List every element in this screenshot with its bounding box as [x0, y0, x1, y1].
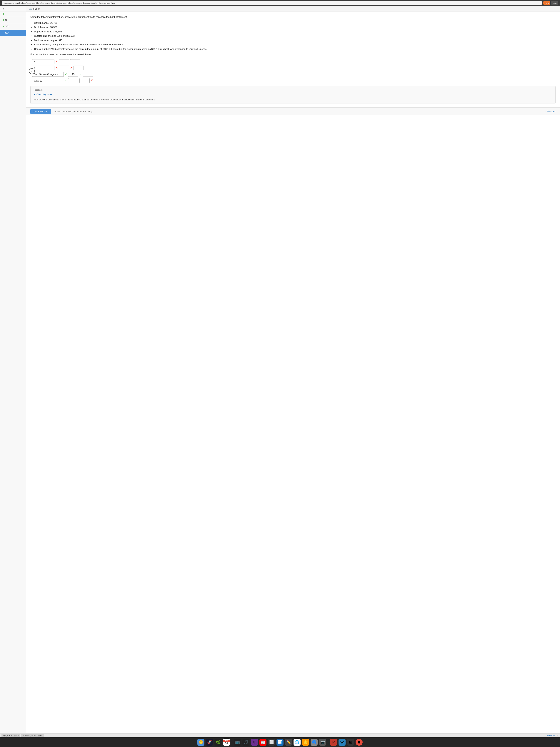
- previous-link-text: Previous: [547, 110, 556, 113]
- bullet-2: Deposits in transit: $1,803: [34, 30, 556, 33]
- sidebar-dot-3: [3, 26, 4, 27]
- empty-select-1[interactable]: ▼: [32, 59, 54, 64]
- previous-link[interactable]: ‹ Previous: [545, 110, 556, 113]
- sidebar-dot-4: [3, 32, 4, 34]
- show-all-link[interactable]: Show All: [547, 734, 555, 737]
- sidebar-dot-0: [3, 8, 4, 9]
- sidebar-item-1[interactable]: [0, 11, 26, 17]
- debit-box-2[interactable]: [59, 66, 69, 70]
- sidebar-dot-2: [3, 19, 4, 21]
- bsc-check-icon: ✓: [65, 72, 67, 76]
- prev-arrow[interactable]: ‹: [29, 68, 35, 74]
- sidebar-item-0[interactable]: [0, 6, 26, 11]
- bsc-row: Bank Service Charges ▼ ✓ 75 ✓: [32, 72, 556, 77]
- content-area: Using the following information, prepare…: [26, 11, 560, 107]
- new-button[interactable]: New: [551, 1, 558, 5]
- feedback-section: Feedback ▼ Check My Work Journalize the …: [30, 86, 556, 104]
- feedback-label: Feedback: [33, 88, 553, 92]
- footer-left: Check My Work 2 more Check My Work uses …: [30, 109, 93, 114]
- main-content: 📖 eBook Using the following information,…: [26, 6, 560, 737]
- browser-toolbar: engagenow.com/ilrn/takeAssignment/takeAs…: [0, 0, 560, 6]
- credit-box-2[interactable]: [74, 66, 84, 70]
- triangle-icon: ▼: [33, 93, 36, 96]
- file-tab-1[interactable]: Boatright_Ch10(....ppt ^: [21, 734, 44, 737]
- check-my-work-link[interactable]: ▼ Check My Work: [33, 93, 553, 96]
- cash-check-icon: ✓: [65, 79, 67, 82]
- cash-credit-input[interactable]: [79, 78, 90, 83]
- sidebar: O SO GO: [0, 6, 26, 737]
- cash-dropdown-arrow: ▼: [40, 79, 42, 82]
- check-my-work-link-text: Check My Work: [36, 93, 52, 96]
- x-icon-2: ✕: [56, 66, 58, 70]
- page-footer: Check My Work 2 more Check My Work uses …: [26, 107, 560, 115]
- cash-debit-input[interactable]: [68, 78, 78, 83]
- bullet-3: Outstanding checks: $569 and $1,523: [34, 34, 556, 38]
- url-bar[interactable]: engagenow.com/ilrn/takeAssignment/takeAs…: [2, 1, 542, 5]
- check-my-work-button[interactable]: Check My Work: [30, 109, 51, 114]
- file-tab-0-label: ight_Ch10(....ppt: [3, 735, 17, 737]
- dropdown-arrow-1: ▼: [33, 60, 35, 63]
- app-layout: O SO GO 📖 eBook Using the following info…: [0, 6, 560, 737]
- credit-box-1[interactable]: [70, 59, 80, 64]
- bank-service-charges-label: Bank Service Charges: [33, 73, 56, 76]
- cash-label-text: Cash: [34, 79, 39, 82]
- bullet-4: Bank service charges: $75: [34, 38, 556, 42]
- sidebar-item-so[interactable]: SO: [0, 23, 26, 30]
- file-tab-1-label: Boatright_Ch10(....ppt: [23, 735, 41, 737]
- now-button[interactable]: Now: [543, 1, 550, 5]
- bsc-credit-input[interactable]: [83, 72, 93, 77]
- sidebar-item-o[interactable]: O: [0, 17, 26, 23]
- sidebar-label-so: SO: [5, 25, 8, 28]
- sidebar-item-go[interactable]: GO: [0, 30, 26, 36]
- instructions-text: Using the following information, prepare…: [30, 15, 556, 19]
- ebook-header: 📖 eBook: [26, 6, 560, 11]
- feedback-text: Journalize the activity that affects the…: [33, 98, 553, 101]
- empty-select-2[interactable]: ▼: [32, 66, 54, 70]
- dropdown-arrow-bsc: ▼: [56, 73, 58, 76]
- cash-x-icon: ✕: [91, 79, 93, 82]
- cash-row: Cash ▼ ✓ ✕: [32, 78, 556, 83]
- bullet-6: Check number 2456 correctly cleared the …: [34, 47, 556, 51]
- empty-row-1: ▼ ✕: [32, 59, 556, 64]
- file-tab-0-chevron: ^: [18, 735, 19, 737]
- journal-section: ‹ ▼ ✕ ▼ ✕ ✕: [32, 59, 556, 83]
- bullet-0: Bank balance: $6,788: [34, 21, 556, 25]
- debit-box-1[interactable]: [59, 59, 69, 64]
- bsc-check-icon-2: ✓: [79, 72, 82, 76]
- bullet-list: Bank balance: $6,788 Book balance: $8,56…: [34, 21, 556, 51]
- file-tab-0[interactable]: ight_Ch10(....ppt ^: [1, 734, 20, 737]
- bullet-5: Bank incorrectly charged the account $75…: [34, 43, 556, 47]
- blank-note: If an amount box does not require an ent…: [30, 53, 556, 56]
- sidebar-label-o: O: [5, 19, 7, 21]
- bsc-amount-value: 75: [72, 73, 75, 76]
- browser-nav-buttons: Now New: [543, 1, 558, 5]
- empty-row-2: ▼ ✕ ✕: [32, 66, 556, 70]
- ebook-label: eBook: [33, 7, 40, 10]
- bank-service-charges-dropdown[interactable]: Bank Service Charges ▼: [32, 72, 64, 77]
- cash-account-label[interactable]: Cash ▼: [34, 79, 64, 82]
- sidebar-label-go: GO: [5, 32, 9, 34]
- sidebar-dot-1: [3, 14, 4, 15]
- remaining-text: 2 more Check My Work uses remaining.: [53, 110, 93, 113]
- file-tabs-bar: ight_Ch10(....ppt ^ Boatright_Ch10(....p…: [0, 733, 560, 737]
- bsc-debit-input[interactable]: 75: [68, 72, 78, 77]
- x-icon-1: ✕: [56, 60, 58, 63]
- ebook-icon: 📖: [29, 7, 32, 10]
- x-icon-3: ✕: [70, 66, 73, 70]
- close-file-tabs[interactable]: ×: [557, 734, 559, 737]
- bullet-1: Book balance: $8,561: [34, 25, 556, 29]
- file-tab-1-chevron: ^: [42, 735, 42, 737]
